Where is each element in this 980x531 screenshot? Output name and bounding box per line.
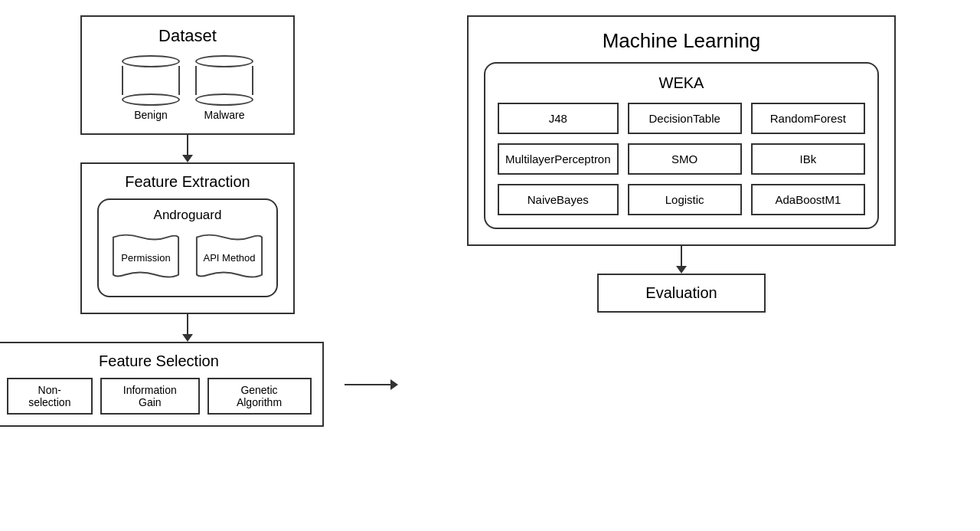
- feature-selection-box: Feature Selection Non-selection Informat…: [0, 342, 324, 427]
- androguard-box: Androguard Permission API Meth: [97, 198, 278, 297]
- weka-item-j48: J48: [498, 103, 619, 134]
- benign-cylinder: Benign: [122, 55, 180, 121]
- arrow-line: [187, 314, 188, 334]
- weka-grid: J48 DecisionTable RandomForest Multilaye…: [498, 103, 865, 215]
- cyl-top: [122, 55, 180, 67]
- arrow-head: [182, 334, 193, 342]
- weka-item-mlp: MultilayerPerceptron: [498, 143, 619, 175]
- api-method-box: API Method: [194, 231, 265, 284]
- cyl-bottom: [195, 93, 253, 106]
- weka-title: WEKA: [498, 74, 865, 92]
- malware-label: Malware: [204, 109, 245, 121]
- weka-item-logistic: Logistic: [628, 184, 742, 215]
- right-panel: Machine Learning WEKA J48 DecisionTable …: [406, 15, 957, 516]
- benign-label: Benign: [134, 109, 168, 121]
- arrow-dataset-to-feature-extraction: [182, 135, 193, 162]
- feature-selection-items: Non-selection Information Gain Genetic A…: [7, 378, 312, 415]
- feature-extraction-box: Feature Extraction Androguard Permission: [80, 162, 295, 314]
- weka-item-adaboost: AdaBoostM1: [751, 184, 865, 215]
- cyl-bottom: [122, 93, 180, 106]
- androguard-title: Androguard: [110, 208, 265, 223]
- genetic-algorithm-item: Genetic Algorithm: [207, 378, 312, 415]
- cyl-top: [195, 55, 253, 67]
- arrow-line: [187, 135, 188, 155]
- evaluation-box: Evaluation: [597, 274, 766, 313]
- cyl-body: [195, 66, 253, 95]
- ml-outer-box: Machine Learning WEKA J48 DecisionTable …: [467, 15, 896, 246]
- cyl-body: [122, 66, 180, 95]
- information-gain-item: Information Gain: [100, 378, 199, 415]
- arrow-feature-extraction-to-selection: [182, 314, 193, 342]
- weka-item-decision-table: DecisionTable: [628, 103, 742, 134]
- api-method-label: API Method: [204, 252, 256, 264]
- arrow-line: [681, 246, 682, 266]
- arrow-head: [182, 155, 193, 162]
- weka-inner-box: WEKA J48 DecisionTable RandomForest Mult…: [484, 62, 879, 229]
- arrow-head-right: [390, 379, 398, 390]
- feature-extraction-title: Feature Extraction: [97, 173, 278, 191]
- weka-item-naive-bayes: NaiveBayes: [498, 184, 619, 215]
- evaluation-label: Evaluation: [645, 284, 717, 301]
- dataset-cylinders: Benign Malware: [105, 55, 270, 121]
- non-selection-item: Non-selection: [7, 378, 93, 415]
- diagram-container: Dataset Benign Malware: [0, 0, 980, 531]
- permission-box: Permission: [110, 231, 181, 284]
- weka-item-smo: SMO: [628, 143, 742, 175]
- wavy-items: Permission API Method: [110, 231, 265, 284]
- dataset-box: Dataset Benign Malware: [80, 15, 295, 135]
- arrow-line-h: [345, 384, 390, 385]
- ml-title: Machine Learning: [484, 29, 879, 53]
- arrow-to-ml: [345, 253, 398, 516]
- arrow-head: [676, 266, 687, 274]
- weka-item-random-forest: RandomForest: [751, 103, 865, 134]
- dataset-title: Dataset: [105, 26, 270, 46]
- arrow-ml-to-evaluation: [676, 246, 687, 274]
- permission-label: Permission: [121, 252, 170, 264]
- weka-item-ibk: IBk: [751, 143, 865, 175]
- feature-selection-title: Feature Selection: [7, 352, 312, 370]
- left-panel: Dataset Benign Malware: [23, 15, 352, 516]
- malware-cylinder: Malware: [195, 55, 253, 121]
